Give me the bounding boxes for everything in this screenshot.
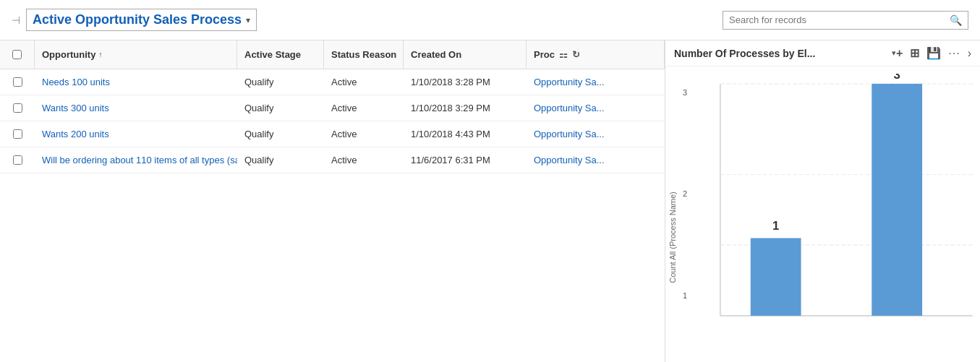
y-tick-2: 2 (683, 189, 687, 198)
row-checkbox-4[interactable] (13, 155, 22, 165)
chart-panel: Number Of Processes by El... ▾ + ⊞ 💾 ···… (665, 40, 980, 362)
row-checkbox-3[interactable] (13, 129, 22, 139)
table-row: Will be ordering about 110 items of all … (0, 147, 665, 173)
search-icon[interactable]: 🔍 (950, 14, 962, 26)
bar-value-nov2017: 1 (772, 219, 779, 233)
cell-opportunity-3: Wants 200 units (35, 121, 237, 147)
process-link-2[interactable]: Opportunity Sa... (534, 103, 605, 113)
created-value-4: 11/6/2017 6:31 PM (411, 155, 490, 165)
row-checkbox-2[interactable] (13, 103, 22, 113)
title-dropdown-button[interactable]: Active Opportunity Sales Process ▾ (26, 9, 257, 31)
column-header-process[interactable]: Proc ⚏ ↻ (527, 40, 665, 69)
cell-stage-2: Qualify (237, 95, 324, 121)
column-label-created-on: Created On (411, 49, 461, 60)
cell-status-2: Active (324, 95, 404, 121)
chart-bars-with-ticks: 0 1 2 3 (680, 74, 973, 362)
cell-created-4: 11/6/2017 6:31 PM (404, 147, 527, 173)
row-checkbox-cell-2[interactable] (0, 95, 35, 121)
status-value-3: Active (331, 129, 357, 139)
grid-panel: Opportunity ↑ Active Stage Status Reason… (0, 40, 665, 362)
refresh-icon[interactable]: ↻ (572, 49, 580, 60)
created-value-1: 1/10/2018 3:28 PM (411, 77, 490, 87)
cell-created-2: 1/10/2018 3:29 PM (404, 95, 527, 121)
main-content: Opportunity ↑ Active Stage Status Reason… (0, 40, 980, 362)
y-axis-ticks: 0 1 2 3 (680, 74, 690, 362)
cell-opportunity-4: Will be ordering about 110 items of all … (35, 147, 237, 173)
status-value-4: Active (331, 155, 357, 165)
header-left: ⊣ Active Opportunity Sales Process ▾ (12, 9, 257, 31)
y-tick-1: 1 (683, 291, 687, 300)
bar-value-jan2018: 3 (894, 74, 900, 82)
page-header: ⊣ Active Opportunity Sales Process ▾ 🔍 (0, 0, 980, 40)
column-header-opportunity[interactable]: Opportunity ↑ (35, 40, 237, 69)
process-column-header-group: Proc ⚏ ↻ (534, 49, 580, 60)
table-row: Wants 200 units Qualify Active 1/10/2018… (0, 121, 665, 147)
table-row: Wants 300 units Qualify Active 1/10/2018… (0, 95, 665, 121)
cell-created-1: 1/10/2018 3:28 PM (404, 69, 527, 95)
chart-inner: 0 1 2 3 (680, 74, 973, 362)
cell-process-3: Opportunity Sa... (527, 121, 665, 147)
column-label-opportunity: Opportunity (42, 49, 95, 60)
process-link-4[interactable]: Opportunity Sa... (534, 155, 605, 165)
row-checkbox-1[interactable] (13, 77, 22, 87)
cell-process-4: Opportunity Sa... (527, 147, 665, 173)
opportunity-link-1[interactable]: Needs 100 units (42, 77, 110, 87)
status-value-2: Active (331, 103, 357, 113)
cell-stage-3: Qualify (237, 121, 324, 147)
select-all-checkbox[interactable] (12, 50, 22, 59)
title-dropdown-arrow-icon: ▾ (246, 15, 250, 25)
column-header-status-reason[interactable]: Status Reason (324, 40, 404, 69)
created-value-2: 1/10/2018 3:29 PM (411, 103, 490, 113)
cell-status-4: Active (324, 147, 404, 173)
search-container: 🔍 (723, 11, 968, 30)
cell-stage-1: Qualify (237, 69, 324, 95)
search-input[interactable] (729, 14, 950, 25)
process-link-3[interactable]: Opportunity Sa... (534, 129, 605, 139)
bars-svg-container: 1 3 Nov 2017 Jan 2018 Month (Created On) (690, 74, 973, 362)
stage-value-4: Qualify (244, 155, 273, 165)
page-title: Active Opportunity Sales Process (33, 12, 242, 27)
chart-save-button[interactable]: 💾 (926, 46, 941, 60)
created-value-3: 1/10/2018 4:43 PM (411, 129, 490, 139)
row-checkbox-cell-3[interactable] (0, 121, 35, 147)
opportunity-link-4[interactable]: Will be ordering about 110 items of all … (42, 155, 237, 165)
y-axis-label: Count All (Process Name) (665, 74, 680, 362)
column-header-active-stage[interactable]: Active Stage (237, 40, 324, 69)
stage-value-1: Qualify (244, 77, 273, 87)
stage-value-2: Qualify (244, 103, 273, 113)
row-checkbox-cell-1[interactable] (0, 69, 35, 95)
filter-icon[interactable]: ⚏ (559, 49, 568, 60)
column-label-process: Proc (534, 49, 555, 60)
opportunity-link-2[interactable]: Wants 300 units (42, 103, 109, 113)
cell-created-3: 1/10/2018 4:43 PM (404, 121, 527, 147)
chart-next-button[interactable]: › (968, 47, 971, 60)
y-tick-3: 3 (683, 88, 687, 97)
cell-status-1: Active (324, 69, 404, 95)
cell-status-3: Active (324, 121, 404, 147)
stage-value-3: Qualify (244, 129, 273, 139)
cell-opportunity-1: Needs 100 units (35, 69, 237, 95)
chart-header: Number Of Processes by El... ▾ + ⊞ 💾 ···… (665, 40, 980, 66)
cell-stage-4: Qualify (237, 147, 324, 173)
chart-area: Count All (Process Name) 0 1 2 3 (665, 66, 980, 362)
bar-nov2017 (751, 238, 801, 316)
sort-ascending-icon: ↑ (98, 51, 102, 59)
cell-process-1: Opportunity Sa... (527, 69, 665, 95)
chart-more-button[interactable]: ··· (948, 47, 960, 60)
select-all-checkbox-cell[interactable] (0, 40, 35, 69)
chart-actions: + ⊞ 💾 ··· › (896, 46, 971, 60)
breadcrumb-icon: ⊣ (12, 14, 20, 26)
opportunity-link-3[interactable]: Wants 200 units (42, 129, 109, 139)
grid-body: Needs 100 units Qualify Active 1/10/2018… (0, 69, 665, 173)
chart-add-button[interactable]: + (896, 47, 903, 60)
grid-header: Opportunity ↑ Active Stage Status Reason… (0, 40, 665, 69)
column-label-status-reason: Status Reason (331, 49, 396, 60)
table-row: Needs 100 units Qualify Active 1/10/2018… (0, 69, 665, 95)
bar-jan2018 (872, 84, 922, 316)
chart-title: Number Of Processes by El... (674, 48, 889, 59)
row-checkbox-cell-4[interactable] (0, 147, 35, 173)
chart-layout-button[interactable]: ⊞ (910, 46, 919, 60)
column-header-created-on[interactable]: Created On (404, 40, 527, 69)
process-link-1[interactable]: Opportunity Sa... (534, 77, 605, 87)
status-value-1: Active (331, 77, 357, 87)
